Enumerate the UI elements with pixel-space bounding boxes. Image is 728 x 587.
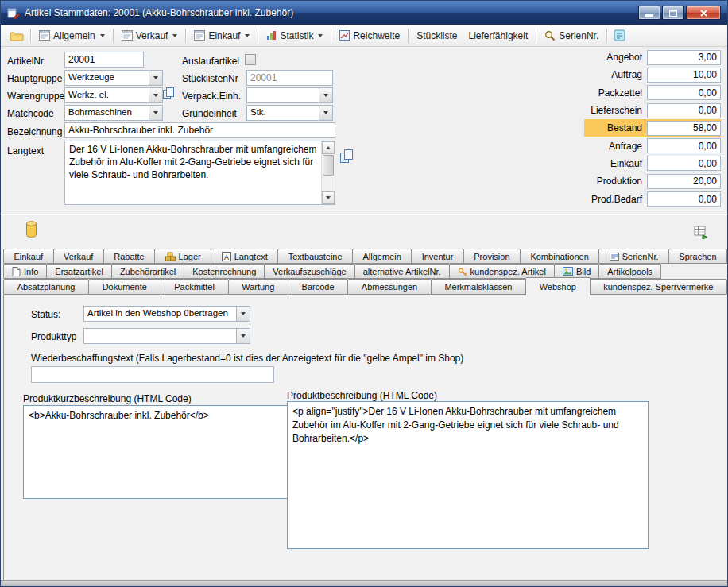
tab-label: Rabatte [114,252,145,261]
tab-label: Textbausteine [288,252,343,261]
tab-label: Packmittel [174,282,215,292]
tab-einkauf[interactable]: Einkauf [3,249,54,264]
tab-inventur[interactable]: Inventur [411,249,464,264]
titlebar[interactable]: Artikel Stammdaten: 20001 (Akku-Bohrschr… [1,1,727,25]
toolbar-allgemein[interactable]: Allgemein [33,28,110,44]
grundeinheit-select[interactable]: Stk. [246,105,333,121]
warengruppe-select[interactable]: Werkz. el. [64,87,163,103]
window-resize-border[interactable] [1,580,727,586]
verpackeinh-select[interactable] [246,87,333,103]
database-icon[interactable] [25,220,38,239]
toolbar-seriennr[interactable]: SerienNr. [539,28,604,44]
tab-merkmalsklassen[interactable]: Merkmalsklassen [431,279,526,295]
close-button[interactable] [686,6,721,20]
maximize-button[interactable] [662,6,684,20]
bestand-value-input[interactable] [647,121,721,136]
folder-icon [10,30,24,41]
toolbar-einkauf[interactable]: Einkauf [188,28,255,44]
open-button[interactable] [6,28,28,44]
tab-verkauf[interactable]: Verkauf [53,249,104,264]
stat-row-bestand: Bestand [557,119,721,137]
toolbar-separator [185,29,186,43]
tab-kombinationen[interactable]: Kombinationen [520,249,599,264]
artikelnr-input[interactable] [64,52,144,68]
stat-row-packzettel: Packzettel [557,84,721,102]
tab-lager[interactable]: Lager [154,249,211,264]
chevron-down-icon[interactable] [149,106,162,120]
tab-kostenrechnung[interactable]: Kostenrechnung [184,264,265,279]
tab-textbausteine[interactable]: Textbausteine [277,249,353,264]
tab-sprachen[interactable]: Sprachen [668,249,727,264]
toolbar-reichweite[interactable]: Reichweite [334,28,405,44]
chevron-down-icon[interactable] [236,329,250,343]
toolbar-statistik[interactable]: Statistik [261,28,328,44]
chevron-down-icon[interactable] [149,88,162,102]
tab-allgemein[interactable]: Allgemein [352,249,412,264]
tab-artikelpools[interactable]: Artikelpools [598,264,661,279]
chevron-down-icon [318,34,323,37]
toolbar-note-button[interactable] [610,27,629,44]
minimize-button[interactable] [638,6,660,20]
tab-label: Absatzplanung [17,282,76,292]
langtext-textarea[interactable]: Der 16 V Li-Ionen Akku-Bohrschrauber mit… [64,141,335,205]
tab-webshop[interactable]: Webshop [525,277,591,295]
tab-rabatte[interactable]: Rabatte [103,249,155,264]
copy-icon[interactable] [339,149,354,164]
scroll-down-icon[interactable] [322,191,335,204]
auftrag-value-input[interactable] [647,68,721,83]
tab-absatzplanung[interactable]: Absatzplanung [3,279,89,295]
matchcode-select[interactable]: Bohrmaschinen [64,105,163,121]
scroll-up-icon[interactable] [322,141,335,154]
wiederbeschaffungstext-input[interactable] [31,366,274,383]
prodbedarf-value-input[interactable] [647,191,721,207]
window-controls [638,6,721,20]
scrollbar-thumb[interactable] [323,155,334,176]
window-icon[interactable] [7,7,20,19]
auslaufartikel-checkbox[interactable] [245,54,256,65]
produkttyp-select[interactable] [83,328,250,344]
tab-wartung[interactable]: Wartung [228,279,288,295]
produktkurzbeschreibung-textarea[interactable]: <b>Akku-Bohrschrauber inkl. Zubehör</b> [23,405,288,499]
tab-info[interactable]: Info [3,264,47,279]
tab-provision[interactable]: Provision [463,249,521,264]
chevron-down-icon[interactable] [319,106,332,120]
copy-icon[interactable] [162,87,176,100]
einkauf-value-input[interactable] [647,156,721,171]
tab-verkaufszuschlaege[interactable]: Verkaufszuschläge [264,264,354,279]
toolbar-lieferfaehigkeit[interactable]: Lieferfähigkeit [463,28,534,44]
tab-ersatzartikel[interactable]: Ersatzartikel [46,264,112,279]
chevron-down-icon[interactable] [236,307,250,321]
lieferschein-value-input[interactable] [647,103,721,118]
tab-zubehoerartikel[interactable]: Zubehörartikel [111,264,184,279]
tab-kundenspez-sperrvermerke[interactable]: kundenspez. Sperrvermerke [590,279,727,295]
status-select[interactable]: Artikel in den Webshop übertragen [83,306,250,322]
chevron-down-icon[interactable] [319,88,332,102]
bezeichnung-input[interactable] [64,122,335,138]
angebot-value-input[interactable] [647,50,721,65]
hauptgruppe-select[interactable]: Werkzeuge [64,70,163,86]
toolbar-verkauf[interactable]: Verkauf [116,28,184,44]
page-icon [12,267,21,276]
tab-label: Sprachen [679,252,716,261]
tab-packmittel[interactable]: Packmittel [161,279,229,295]
stat-row-einkauf: Einkauf [557,155,721,172]
stuecklistennr-input[interactable] [246,70,333,86]
produktbeschreibung-textarea[interactable]: <p align="justify">Der 16 V Li-Ionen Akk… [287,401,649,549]
produkttyp-label: Produkttyp [31,331,76,342]
table-export-icon[interactable] [694,225,709,240]
tab-seriennr[interactable]: SerienNr. [598,249,669,264]
tab-langtext[interactable]: A Langtext [211,249,278,264]
tab-abmessungen[interactable]: Abmessungen [347,279,432,295]
packzettel-value-input[interactable] [647,85,721,100]
produktion-value-input[interactable] [647,174,721,189]
toolbar-separator [606,29,607,43]
tab-dokumente[interactable]: Dokumente [88,279,161,295]
toolbar-stueckliste[interactable]: Stückliste [411,28,463,44]
langtext-scrollbar[interactable] [321,141,335,204]
tab-alternative-artikelnr[interactable]: alternative ArtikelNr. [354,264,450,279]
tab-label: Barcode [302,282,335,292]
anfrage-value-input[interactable] [647,138,721,153]
tab-barcode[interactable]: Barcode [288,279,348,295]
bezeichnung-label: Bezeichnung [7,126,62,137]
chevron-down-icon[interactable] [149,71,162,85]
